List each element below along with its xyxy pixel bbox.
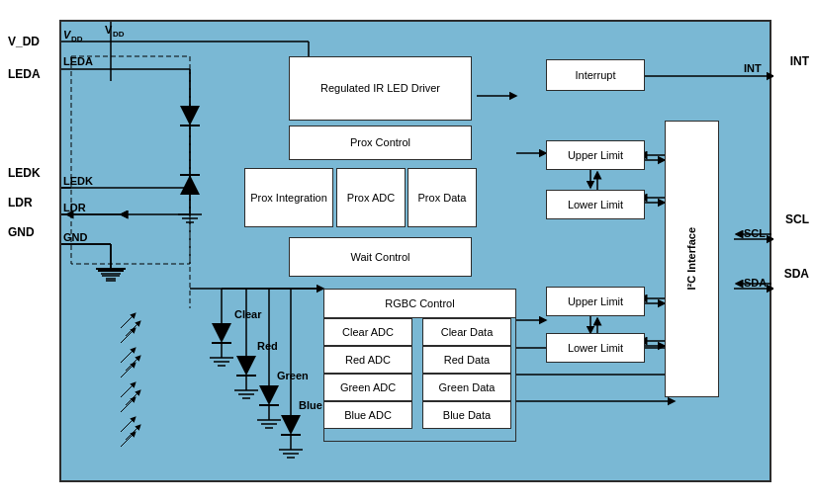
upper-limit-2-label: Upper Limit <box>568 294 623 308</box>
svg-marker-54 <box>236 356 256 376</box>
svg-marker-47 <box>212 323 231 343</box>
green-adc-box: Green ADC <box>323 374 412 401</box>
lower-limit-1-box: Lower Limit <box>546 190 645 219</box>
lower-limit-1-label: Lower Limit <box>568 198 623 211</box>
scl-pin: SCL <box>785 212 809 226</box>
svg-rect-26 <box>71 56 190 264</box>
svg-marker-27 <box>180 175 200 195</box>
leda-pin: LEDA <box>8 67 41 81</box>
lower-limit-2-box: Lower Limit <box>546 333 645 363</box>
svg-line-37 <box>121 328 136 343</box>
svg-marker-13 <box>180 106 200 126</box>
svg-line-40 <box>121 363 136 378</box>
svg-text:GND: GND <box>63 231 88 243</box>
svg-line-39 <box>126 356 140 371</box>
outer-box: V DD <box>59 20 771 482</box>
i2c-interface-box: I²C Interface <box>665 121 719 397</box>
svg-line-45 <box>126 425 140 440</box>
svg-text:V: V <box>63 29 72 41</box>
svg-line-43 <box>121 397 136 412</box>
regulated-ir-led-driver-label: Regulated IR LED Driver <box>320 81 440 95</box>
upper-limit-2-box: Upper Limit <box>546 287 645 316</box>
wait-control-label: Wait Control <box>350 250 409 264</box>
prox-integration-label: Prox Integration <box>250 191 327 205</box>
green-data-label: Green Data <box>439 380 496 394</box>
red-diode-label: Red <box>257 340 278 352</box>
svg-line-44 <box>121 417 136 432</box>
red-data-box: Red Data <box>422 346 511 374</box>
clear-data-label: Clear Data <box>441 325 494 339</box>
upper-limit-1-label: Upper Limit <box>568 148 623 162</box>
svg-line-46 <box>121 432 136 447</box>
svg-line-41 <box>121 382 136 397</box>
prox-data-box: Prox Data <box>408 168 477 227</box>
svg-text:LEDA: LEDA <box>63 55 93 67</box>
prox-control-box: Prox Control <box>289 126 472 160</box>
lower-limit-2-label: Lower Limit <box>568 341 623 355</box>
svg-text:SCL: SCL <box>744 227 766 239</box>
blue-diode-label: Blue <box>299 399 322 411</box>
ledk-pin: LEDK <box>8 166 41 180</box>
red-adc-box: Red ADC <box>323 346 412 374</box>
svg-line-38 <box>121 348 136 363</box>
svg-text:LEDK: LEDK <box>63 175 93 187</box>
blue-adc-label: Blue ADC <box>344 408 392 422</box>
interrupt-box: Interrupt <box>546 59 645 91</box>
red-data-label: Red Data <box>444 353 490 367</box>
sda-pin: SDA <box>784 267 809 281</box>
svg-text:SDA: SDA <box>744 277 767 289</box>
svg-text:LDR: LDR <box>63 202 86 213</box>
regulated-ir-led-driver-box: Regulated IR LED Driver <box>289 56 472 121</box>
green-adc-label: Green ADC <box>340 380 396 394</box>
svg-text:DD: DD <box>71 35 83 43</box>
svg-marker-68 <box>281 415 301 435</box>
prox-data-label: Prox Data <box>418 191 467 205</box>
green-data-box: Green Data <box>422 374 511 401</box>
clear-adc-label: Clear ADC <box>342 325 394 339</box>
i2c-interface-label: I²C Interface <box>684 227 698 291</box>
clear-diode-label: Clear <box>234 308 262 320</box>
svg-line-42 <box>126 390 140 405</box>
svg-text:INT: INT <box>744 62 762 74</box>
upper-limit-1-box: Upper Limit <box>546 140 645 170</box>
clear-data-box: Clear Data <box>422 318 511 346</box>
interrupt-label: Interrupt <box>576 68 616 82</box>
svg-text:DD: DD <box>113 30 125 39</box>
svg-text:V: V <box>105 24 113 36</box>
red-adc-label: Red ADC <box>345 353 391 367</box>
svg-line-36 <box>126 321 140 336</box>
vdd-pin: V_DD <box>8 35 40 48</box>
main-container: V_DD LEDA LEDK LDR GND INT SCL SDA <box>0 0 815 504</box>
clear-adc-box: Clear ADC <box>323 318 412 346</box>
wait-control-box: Wait Control <box>289 237 472 277</box>
svg-line-35 <box>121 313 136 328</box>
svg-marker-61 <box>259 385 279 405</box>
gnd-pin: GND <box>8 225 35 239</box>
prox-control-label: Prox Control <box>350 135 410 149</box>
green-diode-label: Green <box>277 370 309 381</box>
prox-adc-label: Prox ADC <box>347 191 395 205</box>
blue-data-label: Blue Data <box>443 408 491 422</box>
int-pin: INT <box>790 54 809 68</box>
blue-adc-box: Blue ADC <box>323 401 412 429</box>
prox-adc-box: Prox ADC <box>336 168 406 227</box>
ldr-pin: LDR <box>8 196 33 210</box>
blue-data-box: Blue Data <box>422 401 511 429</box>
prox-integration-box: Prox Integration <box>244 168 333 227</box>
